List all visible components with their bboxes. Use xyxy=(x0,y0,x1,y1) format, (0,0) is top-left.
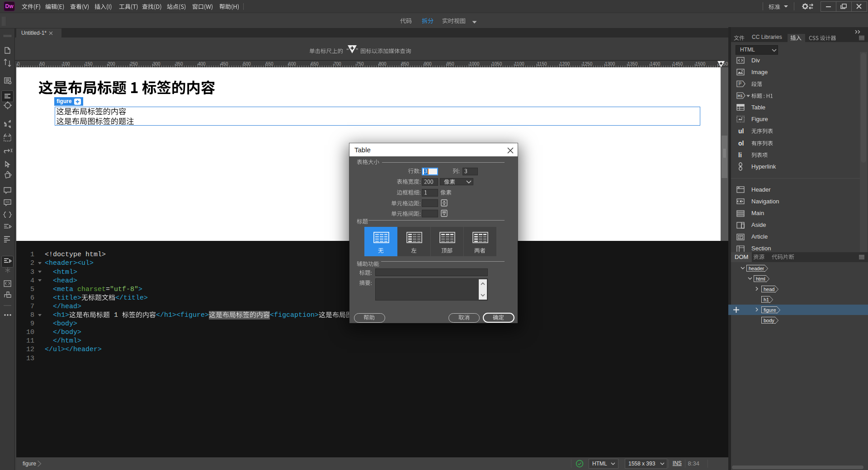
svg-text:H1: H1 xyxy=(738,94,743,98)
svg-text:P: P xyxy=(739,81,742,86)
